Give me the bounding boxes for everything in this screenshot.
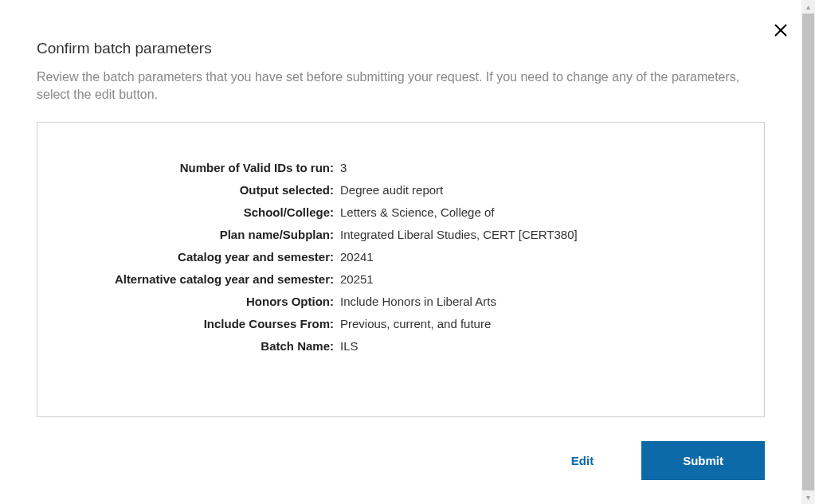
parameters-panel: Number of Valid IDs to run: 3 Output sel… bbox=[37, 122, 765, 417]
param-row-school: School/College: Letters & Science, Colle… bbox=[61, 205, 740, 219]
param-row-batch-name: Batch Name: ILS bbox=[61, 339, 740, 353]
param-label: Plan name/Subplan: bbox=[61, 228, 340, 241]
param-label: Batch Name: bbox=[61, 339, 340, 353]
param-value: Integrated Liberal Studies, CERT [CERT38… bbox=[340, 228, 578, 241]
param-value: 20251 bbox=[340, 272, 374, 286]
dialog-description: Review the batch parameters that you hav… bbox=[37, 68, 765, 104]
close-icon bbox=[774, 23, 788, 37]
dialog-title: Confirm batch parameters bbox=[37, 40, 765, 57]
param-label: Number of Valid IDs to run: bbox=[61, 161, 340, 174]
param-label: School/College: bbox=[61, 205, 340, 219]
param-value: Degree audit report bbox=[340, 183, 443, 197]
param-value: 20241 bbox=[340, 250, 374, 264]
dialog-actions: Edit Submit bbox=[37, 417, 765, 480]
param-value: ILS bbox=[340, 339, 359, 353]
param-row-alt-catalog: Alternative catalog year and semester: 2… bbox=[61, 272, 740, 286]
confirm-dialog: Confirm batch parameters Review the batc… bbox=[0, 0, 801, 480]
param-label: Output selected: bbox=[61, 183, 340, 197]
param-label: Honors Option: bbox=[61, 295, 340, 308]
param-value: 3 bbox=[340, 161, 347, 174]
param-row-plan: Plan name/Subplan: Integrated Liberal St… bbox=[61, 228, 740, 241]
param-row-valid-ids: Number of Valid IDs to run: 3 bbox=[61, 161, 740, 174]
dialog-content: Confirm batch parameters Review the batc… bbox=[0, 0, 801, 504]
param-value: Include Honors in Liberal Arts bbox=[340, 295, 496, 308]
scroll-up-arrow[interactable]: ▴ bbox=[801, 0, 815, 14]
edit-button[interactable]: Edit bbox=[555, 446, 609, 475]
param-row-catalog: Catalog year and semester: 20241 bbox=[61, 250, 740, 264]
close-button[interactable] bbox=[770, 19, 792, 41]
submit-button[interactable]: Submit bbox=[641, 441, 765, 480]
param-row-include-courses: Include Courses From: Previous, current,… bbox=[61, 317, 740, 330]
param-label: Alternative catalog year and semester: bbox=[61, 272, 340, 286]
param-value: Letters & Science, College of bbox=[340, 205, 494, 219]
scroll-down-arrow[interactable]: ▾ bbox=[801, 490, 815, 504]
scroll-thumb[interactable] bbox=[802, 14, 814, 490]
param-label: Include Courses From: bbox=[61, 317, 340, 330]
parameters-list: Number of Valid IDs to run: 3 Output sel… bbox=[61, 161, 740, 353]
param-row-honors: Honors Option: Include Honors in Liberal… bbox=[61, 295, 740, 308]
param-row-output: Output selected: Degree audit report bbox=[61, 183, 740, 197]
param-value: Previous, current, and future bbox=[340, 317, 491, 330]
vertical-scrollbar[interactable]: ▴ ▾ bbox=[801, 0, 815, 504]
param-label: Catalog year and semester: bbox=[61, 250, 340, 264]
